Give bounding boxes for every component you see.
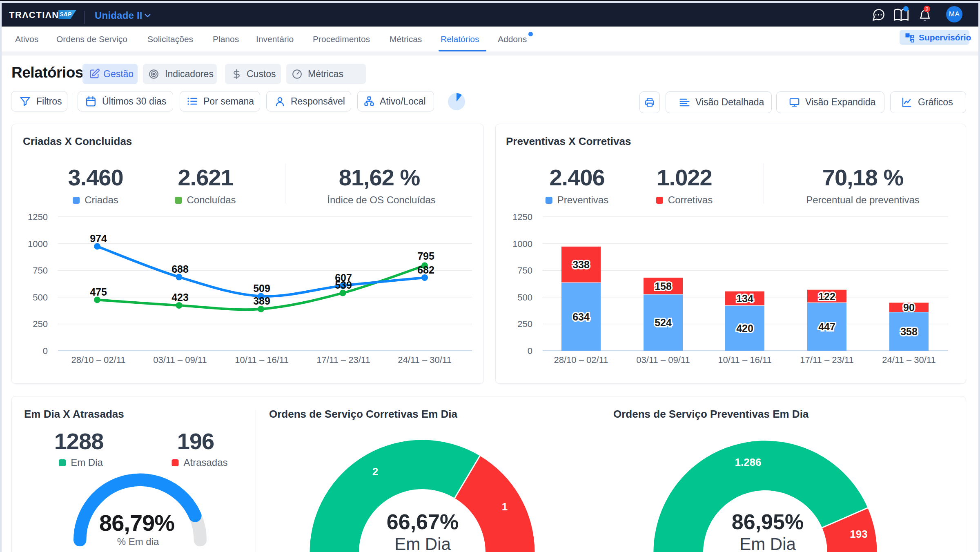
svg-text:24/11 – 30/11: 24/11 – 30/11: [882, 355, 935, 365]
svg-text:750: 750: [517, 265, 532, 276]
svg-text:17/11 – 23/11: 17/11 – 23/11: [316, 355, 370, 365]
svg-text:524: 524: [655, 317, 672, 328]
svg-text:0: 0: [528, 346, 532, 356]
svg-text:688: 688: [172, 263, 189, 275]
svg-text:1: 1: [502, 501, 508, 513]
svg-text:500: 500: [33, 292, 48, 303]
svg-text:2: 2: [372, 465, 378, 478]
svg-text:122: 122: [818, 291, 835, 302]
svg-text:358: 358: [900, 326, 918, 337]
svg-text:03/11 – 09/11: 03/11 – 09/11: [153, 355, 207, 365]
svg-text:447: 447: [818, 321, 835, 332]
svg-text:974: 974: [90, 233, 107, 244]
svg-text:1250: 1250: [512, 212, 532, 222]
svg-text:509: 509: [253, 283, 270, 294]
svg-text:634: 634: [572, 311, 590, 323]
svg-text:10/11 – 16/11: 10/11 – 16/11: [718, 355, 771, 365]
svg-text:500: 500: [517, 292, 532, 303]
svg-text:1000: 1000: [512, 239, 532, 249]
svg-text:134: 134: [736, 293, 753, 304]
svg-text:750: 750: [33, 265, 48, 276]
svg-text:682: 682: [417, 264, 434, 276]
svg-text:24/11 – 30/11: 24/11 – 30/11: [398, 355, 451, 365]
svg-text:1250: 1250: [28, 212, 48, 222]
svg-text:1000: 1000: [28, 239, 48, 249]
svg-text:250: 250: [517, 319, 532, 329]
svg-text:28/10 – 02/11: 28/10 – 02/11: [554, 355, 608, 365]
svg-text:250: 250: [33, 319, 48, 329]
svg-text:539: 539: [335, 279, 352, 291]
svg-text:1.286: 1.286: [735, 456, 761, 468]
svg-text:475: 475: [90, 286, 107, 298]
svg-text:90: 90: [903, 302, 915, 313]
svg-text:28/10 – 02/11: 28/10 – 02/11: [71, 355, 126, 365]
svg-text:158: 158: [655, 280, 672, 292]
svg-text:423: 423: [172, 292, 189, 303]
svg-text:420: 420: [736, 323, 753, 334]
svg-text:193: 193: [850, 528, 867, 540]
svg-text:795: 795: [417, 250, 434, 262]
svg-text:0: 0: [43, 346, 48, 356]
svg-text:389: 389: [253, 295, 270, 307]
svg-text:10/11 – 16/11: 10/11 – 16/11: [235, 355, 288, 365]
svg-text:17/11 – 23/11: 17/11 – 23/11: [800, 355, 853, 365]
svg-text:03/11 – 09/11: 03/11 – 09/11: [636, 355, 690, 365]
svg-text:338: 338: [572, 259, 590, 270]
